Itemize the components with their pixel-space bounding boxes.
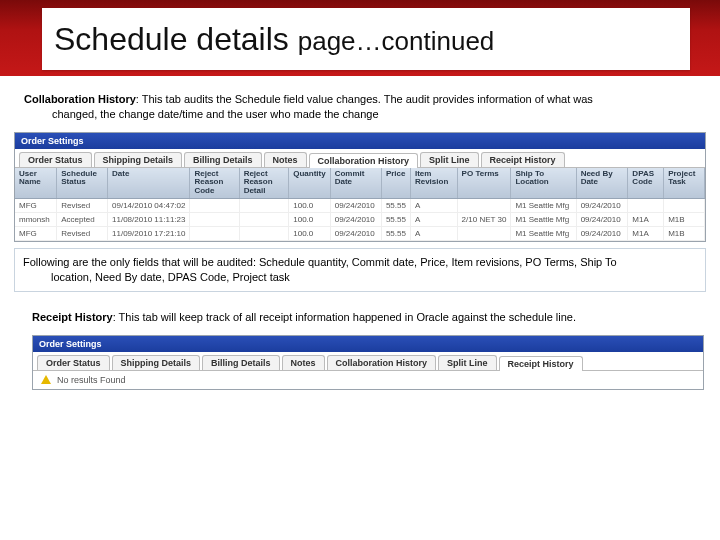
panel-title: Order Settings [15, 133, 705, 149]
page-title: Schedule details page…continued [54, 21, 494, 58]
col-need-by-date[interactable]: Need By Date [576, 168, 628, 199]
collab-history-description: Collaboration History: This tab audits t… [14, 92, 706, 122]
order-settings-panel-receipt: Order Settings Order Status Shipping Det… [32, 335, 704, 390]
collab-history-text-1: : This tab audits the Schedule field val… [136, 93, 593, 105]
col-reject-reason-detail[interactable]: Reject Reason Detail [239, 168, 289, 199]
col-project-task[interactable]: Project Task [664, 168, 705, 199]
tab-billing-details[interactable]: Billing Details [184, 152, 262, 167]
col-date[interactable]: Date [108, 168, 190, 199]
col-po-terms[interactable]: PO Terms [457, 168, 511, 199]
collab-history-label: Collaboration History [24, 93, 136, 105]
col-item-revision[interactable]: Item Revision [410, 168, 457, 199]
title-main: Schedule details [54, 21, 298, 57]
no-results-text: No results Found [57, 375, 126, 385]
col-user-name[interactable]: User Name [15, 168, 57, 199]
tab-notes[interactable]: Notes [264, 152, 307, 167]
collab-history-text-2: changed, the change date/time and the us… [24, 107, 706, 122]
tab-shipping-details[interactable]: Shipping Details [112, 355, 201, 370]
tab-split-line[interactable]: Split Line [420, 152, 479, 167]
tab-billing-details[interactable]: Billing Details [202, 355, 280, 370]
col-commit-date[interactable]: Commit Date [330, 168, 381, 199]
tab-order-status[interactable]: Order Status [37, 355, 110, 370]
tab-collaboration-history[interactable]: Collaboration History [309, 153, 419, 168]
col-price[interactable]: Price [381, 168, 410, 199]
audited-fields-note: Following are the only fields that will … [14, 248, 706, 292]
col-schedule-status[interactable]: Schedule Status [57, 168, 108, 199]
tab-order-status[interactable]: Order Status [19, 152, 92, 167]
table-row: mmonsh Accepted 11/08/2010 11:11:23 100.… [15, 213, 705, 227]
tab-strip: Order Status Shipping Details Billing De… [33, 352, 703, 371]
table-row: MFG Revised 09/14/2010 04:47:02 100.0 09… [15, 199, 705, 213]
order-settings-panel-collab: Order Settings Order Status Shipping Det… [14, 132, 706, 242]
tab-split-line[interactable]: Split Line [438, 355, 497, 370]
table-header-row: User Name Schedule Status Date Reject Re… [15, 168, 705, 199]
col-quantity[interactable]: Quantity [289, 168, 330, 199]
col-ship-to-location[interactable]: Ship To Location [511, 168, 576, 199]
no-results-row: No results Found [33, 371, 703, 389]
tab-notes[interactable]: Notes [282, 355, 325, 370]
tab-shipping-details[interactable]: Shipping Details [94, 152, 183, 167]
receipt-history-text: : This tab will keep track of all receip… [113, 311, 576, 323]
collab-history-table: User Name Schedule Status Date Reject Re… [15, 168, 705, 241]
tab-collaboration-history[interactable]: Collaboration History [327, 355, 437, 370]
tab-receipt-history[interactable]: Receipt History [481, 152, 565, 167]
title-sub: page…continued [298, 26, 495, 56]
title-card: Schedule details page…continued [42, 8, 690, 70]
panel-title: Order Settings [33, 336, 703, 352]
tab-strip: Order Status Shipping Details Billing De… [15, 149, 705, 168]
receipt-history-description: Receipt History: This tab will keep trac… [14, 310, 706, 325]
tab-receipt-history[interactable]: Receipt History [499, 356, 583, 371]
note-line-2: location, Need By date, DPAS Code, Proje… [23, 270, 697, 285]
table-row: MFG Revised 11/09/2010 17:21:10 100.0 09… [15, 227, 705, 241]
receipt-history-label: Receipt History [32, 311, 113, 323]
warning-icon [41, 375, 51, 384]
col-dpas-code[interactable]: DPAS Code [628, 168, 664, 199]
note-line-1: Following are the only fields that will … [23, 256, 617, 268]
col-reject-reason-code[interactable]: Reject Reason Code [190, 168, 239, 199]
title-banner: Schedule details page…continued [0, 0, 720, 76]
